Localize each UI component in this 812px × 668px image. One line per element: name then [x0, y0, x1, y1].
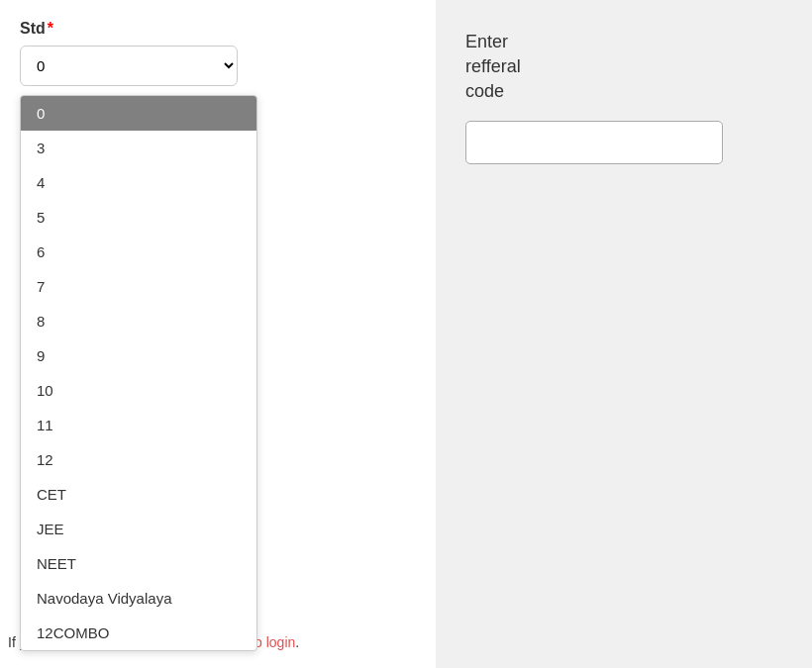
dropdown-item-4[interactable]: 4 — [21, 165, 256, 200]
dropdown-item-9[interactable]: 9 — [21, 338, 256, 373]
std-select[interactable]: 0 3 4 5 6 7 8 9 10 11 12 CET JEE NEET Na… — [20, 46, 238, 86]
dropdown-item-12[interactable]: 12 — [21, 442, 256, 477]
right-panel: Enter refferal code — [436, 0, 812, 668]
dropdown-item-jee[interactable]: JEE — [21, 512, 256, 546]
dropdown-item-neet[interactable]: NEET — [21, 546, 256, 581]
dropdown-item-11[interactable]: 11 — [21, 408, 256, 442]
dropdown-item-10[interactable]: 10 — [21, 373, 256, 408]
dropdown-item-3[interactable]: 3 — [21, 131, 256, 165]
std-label-text: Std — [20, 20, 46, 37]
dropdown-item-cet[interactable]: CET — [21, 477, 256, 512]
dropdown-item-8[interactable]: 8 — [21, 304, 256, 338]
dropdown-item-0[interactable]: 0 — [21, 96, 256, 131]
std-dropdown-container: 0 3 4 5 6 7 8 9 10 11 12 CET JEE NEET Na… — [20, 46, 257, 86]
referral-label-line2: refferal — [465, 56, 521, 76]
dropdown-item-12combo[interactable]: 12COMBO — [21, 616, 256, 650]
referral-label-line3: code — [465, 81, 504, 101]
page-container: Std* 0 3 4 5 6 7 8 9 10 11 12 CET JEE — [0, 0, 812, 668]
dropdown-item-navodaya[interactable]: Navodaya Vidyalaya — [21, 581, 256, 616]
required-star: * — [48, 20, 53, 37]
dropdown-item-5[interactable]: 5 — [21, 200, 256, 235]
std-field-group: Std* 0 3 4 5 6 7 8 9 10 11 12 CET JEE — [20, 20, 416, 86]
dropdown-list[interactable]: 0 3 4 5 6 7 8 9 10 11 12 CET JEE NEET Na… — [20, 95, 257, 651]
left-panel: Std* 0 3 4 5 6 7 8 9 10 11 12 CET JEE — [0, 0, 436, 668]
dropdown-item-6[interactable]: 6 — [21, 235, 256, 269]
std-label: Std* — [20, 20, 416, 38]
dropdown-item-7[interactable]: 7 — [21, 269, 256, 304]
referral-code-input[interactable] — [465, 121, 723, 164]
referral-label: Enter refferal code — [465, 30, 782, 105]
period: . — [295, 634, 299, 650]
referral-label-line1: Enter — [465, 32, 508, 51]
